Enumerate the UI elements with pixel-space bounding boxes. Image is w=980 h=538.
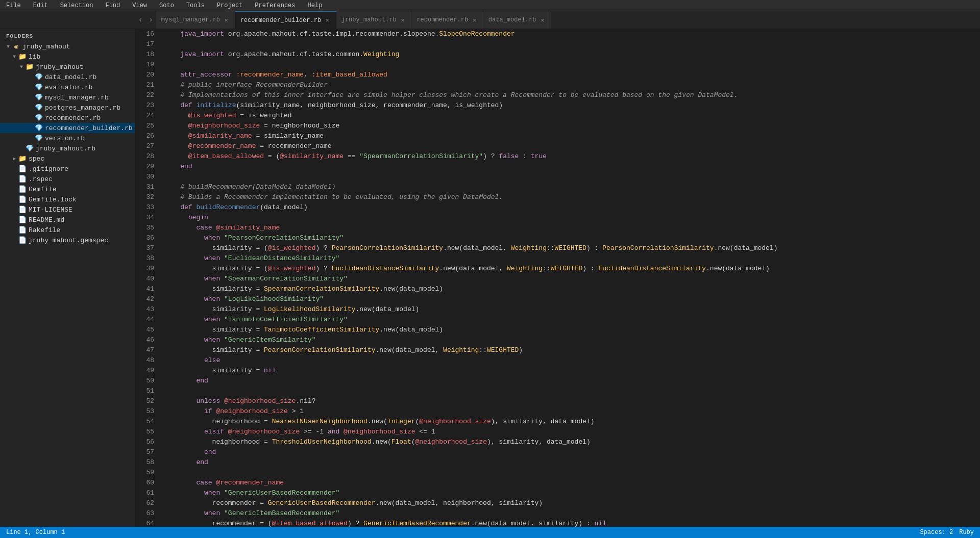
arrow-icon: ▼ [17, 64, 26, 70]
close-tab-recommender[interactable]: ✕ [471, 16, 478, 24]
folder-icon: 📁 [26, 63, 34, 71]
code-editor[interactable]: 1617181920 2122232425 2627282930 3132333… [135, 29, 980, 527]
close-tab-mysql[interactable]: ✕ [223, 16, 230, 24]
sidebar-item-lib[interactable]: ▼ 📁 lib [0, 52, 135, 62]
sidebar-item-jruby-mahout-rb[interactable]: 💎 jruby_mahout.rb [0, 143, 135, 153]
language-indicator[interactable]: Ruby [959, 529, 974, 536]
main-content: FOLDERS ▼ ◉ jruby_mahout ▼ 📁 lib ▼ 📁 jru… [0, 29, 980, 527]
ruby-file-icon: 💎 [35, 93, 43, 101]
menu-find[interactable]: Find [103, 1, 122, 10]
ruby-file-icon: 💎 [35, 73, 43, 81]
menu-bar: File Edit Selection Find View Goto Tools… [0, 0, 980, 11]
folder-icon: 📁 [18, 53, 27, 61]
sidebar-item-rakefile[interactable]: 📄 Rakefile [0, 225, 135, 235]
tab-data-model[interactable]: data_model.rb ✕ [483, 11, 551, 29]
sidebar-item-gemfile[interactable]: 📄 Gemfile [0, 184, 135, 194]
cursor-position: Line 1, Column 1 [6, 529, 65, 536]
sidebar-item-jruby-mahout-folder[interactable]: ▼ 📁 jruby_mahout [0, 62, 135, 72]
sidebar-item-gemspec[interactable]: 📄 jruby_mahout.gemspec [0, 235, 135, 245]
status-left: Line 1, Column 1 [6, 529, 65, 536]
menu-project[interactable]: Project [215, 1, 244, 10]
file-icon: 📄 [18, 195, 27, 203]
tab-mysql-manager[interactable]: mysql_manager.rb ✕ [156, 11, 235, 29]
close-tab-data-model[interactable]: ✕ [539, 16, 546, 24]
file-icon: 📄 [18, 175, 27, 183]
file-icon: 📄 [18, 216, 27, 224]
status-right: Spaces: 2 Ruby [920, 529, 974, 536]
file-icon: 📄 [18, 185, 27, 193]
menu-edit[interactable]: Edit [31, 1, 50, 10]
close-tab-recommender-builder[interactable]: ✕ [324, 16, 331, 24]
close-tab-jruby-mahout[interactable]: ✕ [400, 16, 406, 24]
sidebar-item-mysql-manager[interactable]: 💎 mysql_manager.rb [0, 92, 135, 103]
menu-tools[interactable]: Tools [184, 1, 207, 10]
menu-goto[interactable]: Goto [157, 1, 176, 10]
sidebar-item-recommender[interactable]: 💎 recommender.rb [0, 113, 135, 123]
arrow-icon: ▶ [10, 156, 18, 162]
tab-jruby-mahout[interactable]: jruby_mahout.rb ✕ [336, 11, 412, 29]
file-icon: 📄 [18, 206, 27, 214]
spaces-indicator[interactable]: Spaces: 2 [920, 529, 953, 536]
file-icon: 📄 [18, 236, 27, 244]
sidebar-item-root[interactable]: ▼ ◉ jruby_mahout [0, 41, 135, 52]
sidebar-header: FOLDERS [0, 29, 135, 41]
menu-file[interactable]: File [4, 1, 23, 10]
sidebar-item-gemfile-lock[interactable]: 📄 Gemfile.lock [0, 194, 135, 204]
arrow-icon: ▼ [10, 54, 18, 60]
tab-recommender[interactable]: recommender.rb ✕ [411, 11, 483, 29]
sidebar-item-data-model[interactable]: 💎 data_model.rb [0, 72, 135, 82]
sidebar-item-version[interactable]: 💎 version.rb [0, 133, 135, 143]
code-content[interactable]: java_import org.apache.mahout.cf.taste.i… [158, 29, 980, 527]
sidebar-item-evaluator[interactable]: 💎 evaluator.rb [0, 82, 135, 92]
arrow-icon: ▼ [4, 44, 12, 49]
menu-selection[interactable]: Selection [58, 1, 95, 10]
menu-view[interactable]: View [130, 1, 149, 10]
sidebar-item-mit-license[interactable]: 📄 MIT-LICENSE [0, 204, 135, 215]
status-bar: Line 1, Column 1 Spaces: 2 Ruby [0, 527, 980, 538]
ruby-file-icon: 💎 [35, 83, 43, 91]
sidebar-item-spec[interactable]: ▶ 📁 spec [0, 153, 135, 164]
menu-help[interactable]: Help [306, 1, 325, 10]
sidebar-item-readme[interactable]: 📄 README.md [0, 215, 135, 225]
file-icon: 📄 [18, 226, 27, 234]
file-icon: 📄 [18, 165, 27, 173]
line-numbers: 1617181920 2122232425 2627282930 3132333… [135, 29, 158, 527]
menu-preferences[interactable]: Preferences [253, 1, 297, 10]
tab-nav-back[interactable]: ‹ [135, 11, 145, 29]
sidebar-item-postgres-manager[interactable]: 💎 postgres_manager.rb [0, 103, 135, 113]
tab-recommender-builder[interactable]: recommender_builder.rb ✕ [235, 11, 336, 29]
ruby-file-icon: 💎 [35, 134, 43, 142]
folder-icon: ◉ [12, 42, 20, 50]
tab-bar: ‹ › mysql_manager.rb ✕ recommender_build… [0, 11, 980, 29]
folder-icon: 📁 [18, 155, 27, 163]
ruby-file-icon: 💎 [35, 124, 43, 132]
ruby-file-icon: 💎 [26, 144, 34, 152]
sidebar-item-rspec[interactable]: 📄 .rspec [0, 174, 135, 184]
tab-nav-forward[interactable]: › [145, 11, 156, 29]
sidebar-item-recommender-builder[interactable]: 💎 recommender_builder.rb [0, 123, 135, 133]
ruby-file-icon: 💎 [35, 114, 43, 122]
ruby-file-icon: 💎 [35, 104, 43, 112]
sidebar-item-gitignore[interactable]: 📄 .gitignore [0, 164, 135, 174]
sidebar: FOLDERS ▼ ◉ jruby_mahout ▼ 📁 lib ▼ 📁 jru… [0, 29, 135, 527]
